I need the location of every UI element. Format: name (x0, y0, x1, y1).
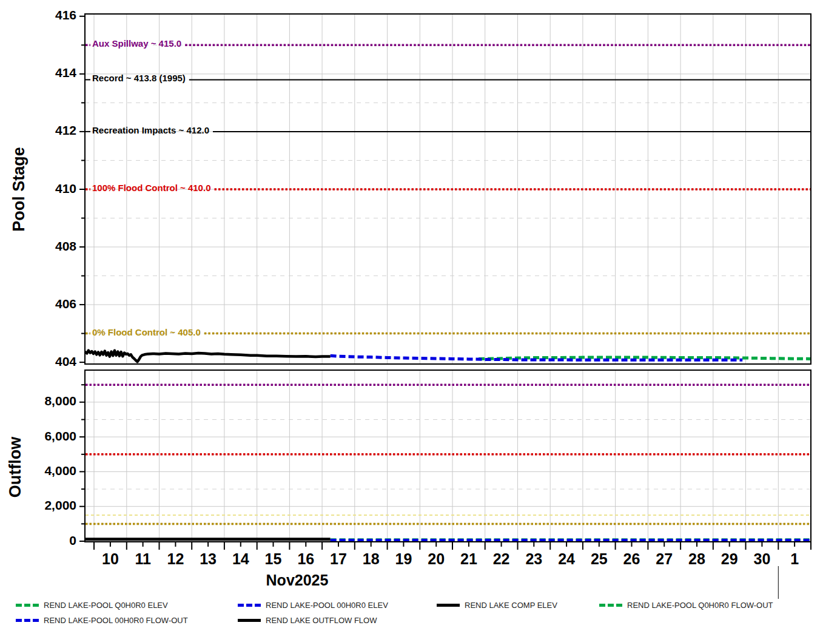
legend-item-label: REND LAKE-POOL 00H0R0 FLOW-OUT (44, 616, 188, 625)
outflow-panel-border (85, 370, 811, 542)
legend-item-label: REND LAKE OUTFLOW FLOW (266, 616, 377, 625)
solid-line-swatch (437, 604, 460, 607)
x-tick-label: 17 (330, 550, 347, 567)
y-tick-label: 410 (55, 181, 76, 195)
x-tick-label: 12 (167, 550, 184, 567)
legend-item: REND LAKE COMP ELEV (437, 601, 557, 609)
x-tick-label: 26 (623, 550, 640, 567)
dashed-line-swatch (16, 604, 39, 607)
dashed-line-swatch (16, 619, 39, 622)
legend-item: REND LAKE OUTFLOW FLOW (238, 616, 377, 624)
chart-canvas: Aux Spillway ~ 415.0Record ~ 413.8 (1995… (0, 0, 840, 631)
y-tick-label: 0 (69, 533, 76, 547)
dashed-line-swatch (238, 604, 261, 607)
x-tick-label: 20 (428, 550, 445, 567)
x-tick-label: 11 (135, 550, 151, 567)
x-tick-label: 10 (102, 550, 119, 567)
x-tick-label: 19 (395, 550, 412, 567)
solid-line-swatch (238, 619, 261, 622)
y-tick-label: 404 (55, 354, 76, 368)
legend-item: REND LAKE-POOL 00H0R0 ELEV (238, 601, 388, 609)
reference-line-label: Record ~ 413.8 (1995) (92, 73, 186, 83)
reference-line-label: Aux Spillway ~ 415.0 (92, 38, 181, 49)
x-tick-label: 28 (688, 550, 705, 567)
y-tick-label: 2,000 (44, 498, 76, 512)
x-tick-label: 29 (721, 550, 738, 567)
x-tick-label: 21 (460, 550, 477, 567)
x-tick-label: 16 (297, 550, 314, 567)
x-tick-label: 18 (363, 550, 380, 567)
outflow-axis-title: Outflow (6, 376, 30, 558)
legend-item: REND LAKE-POOL Q0H0R0 ELEV (16, 601, 168, 609)
x-tick-label: 30 (753, 550, 770, 567)
y-tick-label: 408 (55, 239, 76, 253)
x-tick-label: 25 (591, 550, 608, 567)
x-tick-label: 1 (790, 550, 799, 567)
x-tick-label: 15 (265, 550, 282, 567)
legend-item-label: REND LAKE-POOL Q0H0R0 ELEV (44, 601, 168, 610)
legend-item-label: REND LAKE-POOL Q0H0R0 FLOW-OUT (627, 601, 773, 610)
y-tick-label: 6,000 (44, 429, 76, 443)
x-tick-label: 27 (656, 550, 673, 567)
chart-page: Aux Spillway ~ 415.0Record ~ 413.8 (1995… (0, 0, 840, 631)
y-tick-label: 416 (55, 8, 76, 22)
x-tick-label: 24 (558, 550, 575, 567)
y-tick-label: 406 (55, 297, 76, 311)
x-tick-label: 22 (493, 550, 510, 567)
legend-item-label: REND LAKE-POOL 00H0R0 ELEV (266, 601, 388, 610)
y-tick-label: 412 (55, 123, 76, 137)
y-tick-label: 4,000 (44, 464, 76, 477)
reference-line-label: Recreation Impacts ~ 412.0 (92, 125, 209, 135)
series-rend-lake-comp-elev (85, 351, 331, 362)
dashed-line-swatch (599, 604, 622, 607)
pool-stage-axis-title: Pool Stage (10, 98, 34, 280)
legend-item-label: REND LAKE COMP ELEV (465, 601, 557, 610)
reference-line-label: 100% Flood Control ~ 410.0 (92, 183, 210, 193)
x-axis-month-label: Nov2025 (230, 572, 364, 589)
y-tick-label: 8,000 (44, 394, 76, 408)
x-tick-label: 13 (200, 550, 217, 567)
legend-item: REND LAKE-POOL Q0H0R0 FLOW-OUT (599, 601, 773, 609)
legend-item: REND LAKE-POOL 00H0R0 FLOW-OUT (16, 616, 188, 624)
x-tick-label: 23 (525, 550, 542, 567)
x-tick-label: 14 (232, 550, 249, 567)
reference-line-label: 0% Flood Control ~ 405.0 (92, 327, 201, 337)
y-tick-label: 414 (55, 66, 76, 79)
